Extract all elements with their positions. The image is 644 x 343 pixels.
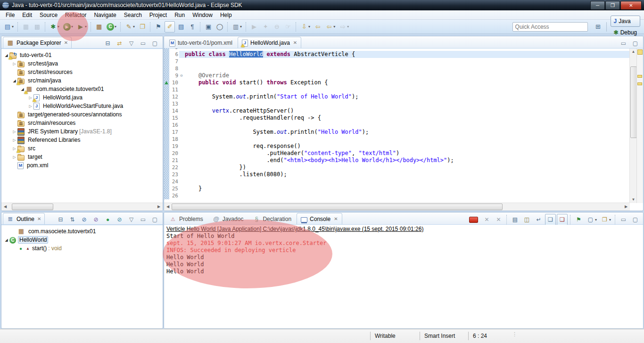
package-explorer-tab[interactable]: ▦ Package Explorer ✕: [3, 37, 72, 48]
last-edit-location-dropdown-arrow[interactable]: ▾: [308, 24, 310, 29]
code-line-23[interactable]: 23 .listen(8080);: [164, 171, 630, 178]
code-editor[interactable]: 56public class HelloWorld extends Abstra…: [164, 49, 630, 203]
run-external-tools-dropdown-arrow[interactable]: ▾: [85, 24, 87, 29]
scroll-left-icon[interactable]: ◀: [165, 204, 171, 210]
run-to-line-button[interactable]: ✦: [260, 21, 271, 33]
save-button[interactable]: ▦: [21, 21, 31, 33]
scroll-right-icon[interactable]: ▶: [156, 204, 162, 210]
menu-project[interactable]: Project: [146, 11, 171, 19]
code-line-7[interactable]: 7: [164, 58, 630, 65]
show-source-of-selected-element-button[interactable]: ▤: [176, 21, 186, 33]
tab-console[interactable]: Console✕: [297, 213, 342, 224]
new-button[interactable]: ▤▾: [2, 21, 15, 33]
package-explorer-item-referenced-libraries[interactable]: ▷Referenced Libraries: [1, 136, 163, 144]
outline-item-start[interactable]: ▲start() : void: [1, 244, 163, 253]
menu-file[interactable]: File: [2, 11, 18, 19]
forward-history-button[interactable]: ⇨▾: [338, 21, 350, 33]
minimize-button[interactable]: ▭: [138, 214, 149, 225]
display-selected-console-dropdown-arrow[interactable]: ▾: [595, 218, 597, 222]
back-history-button[interactable]: ⇦▾: [324, 21, 337, 33]
link-with-editor-button[interactable]: ⇄: [114, 38, 125, 49]
package-explorer-item-target[interactable]: ▷target: [1, 153, 163, 161]
scrollbar-thumb[interactable]: [630, 66, 637, 138]
code-line-12[interactable]: 12 System.out.println("Start of Hello Wo…: [164, 93, 630, 100]
code-line-25[interactable]: 25 }: [164, 185, 630, 192]
maximize-button[interactable]: ▢: [149, 38, 160, 49]
console-output[interactable]: Verticle Hello World [Java Application] …: [164, 225, 643, 328]
maximize-button[interactable]: ▢: [630, 38, 641, 49]
code-line-19[interactable]: 19 req.response(): [164, 143, 630, 150]
code-line-18[interactable]: 18: [164, 136, 630, 143]
restore-window-button[interactable]: ❐: [605, 1, 620, 10]
scrollbar-thumb[interactable]: [172, 204, 503, 210]
minimize-button[interactable]: ▭: [618, 38, 629, 49]
maximize-button[interactable]: ▢: [149, 214, 160, 225]
run-dropdown-arrow[interactable]: ▾: [71, 24, 73, 29]
minimize-window-button[interactable]: ─: [590, 1, 605, 10]
package-explorer-item-helloworld-java[interactable]: ▷HelloWorld.java: [1, 93, 163, 102]
collapsed-arrow-icon[interactable]: ▷: [11, 155, 17, 159]
debug-button[interactable]: ✱▾: [48, 21, 61, 33]
menu-navigate[interactable]: Navigate: [90, 11, 120, 19]
pin-editor-button[interactable]: ⚑: [153, 21, 164, 33]
display-selected-console-button[interactable]: ▢▾: [585, 214, 598, 225]
package-explorer-item-tuto-vertx-01[interactable]: ◢tuto-vertx-01: [1, 51, 163, 59]
scrollbar-thumb[interactable]: [12, 204, 53, 210]
close-icon[interactable]: ✕: [64, 40, 68, 45]
open-type-dropdown-arrow[interactable]: ▾: [133, 24, 135, 29]
occurrence-mark[interactable]: [637, 75, 642, 78]
scroll-lock-button[interactable]: ◫: [521, 214, 532, 225]
tab-problems[interactable]: Problems: [165, 213, 207, 224]
outline-item-helloworld[interactable]: ◢HelloWorld: [1, 236, 163, 244]
hide-static-members-button[interactable]: ⊘: [91, 214, 101, 225]
last-edit-location-button[interactable]: ⇩▾: [299, 21, 312, 33]
code-line-13[interactable]: 13: [164, 100, 630, 107]
package-explorer-item-target-generated-sources-annotations[interactable]: target/generated-sources/annotations: [1, 110, 163, 119]
close-icon[interactable]: ✕: [293, 40, 297, 45]
code-line-17[interactable]: 17 System.out.println("Hello World");: [164, 129, 630, 136]
quick-access-input[interactable]: [512, 22, 588, 32]
code-line-16[interactable]: 16: [164, 122, 630, 129]
package-explorer-hscrollbar[interactable]: ◀ ▶: [1, 203, 163, 211]
package-explorer-item-src-main-java[interactable]: ◢src/main/java: [1, 76, 163, 85]
code-line-20[interactable]: 20 .putHeader("content-type", "text/html…: [164, 150, 630, 157]
occurrence-mark[interactable]: [637, 82, 642, 85]
package-explorer-item-src-main-resources[interactable]: src/main/resources: [1, 119, 163, 127]
code-line-26[interactable]: 26: [164, 192, 630, 199]
view-menu-button[interactable]: ▽: [126, 38, 137, 49]
show-whitespace-button[interactable]: ¶: [187, 21, 198, 33]
collapsed-arrow-icon[interactable]: ▷: [11, 130, 17, 134]
next-annotation-button[interactable]: ▶: [249, 21, 259, 33]
sort-button[interactable]: ⇅: [67, 214, 78, 225]
new-java-project-button[interactable]: ▦: [94, 21, 104, 33]
menu-search[interactable]: Search: [120, 11, 146, 19]
back-history-dropdown-arrow[interactable]: ▾: [333, 24, 335, 29]
pin-console-button[interactable]: ⚑: [573, 214, 584, 225]
package-explorer-item-src[interactable]: ▷src: [1, 144, 163, 153]
editor-hscrollbar[interactable]: ◀ ▶: [164, 203, 630, 211]
warning-overview-icon[interactable]: [637, 49, 643, 55]
scroll-down-icon[interactable]: ▼: [630, 196, 637, 203]
close-window-button[interactable]: ✕: [620, 1, 642, 10]
open-type-button[interactable]: ✎▾: [124, 21, 136, 33]
open-perspective-button[interactable]: ⊞: [593, 21, 603, 33]
show-console-on-stderr-button[interactable]: ❏: [557, 214, 568, 225]
package-explorer-item-com-masociete-tutovertx01[interactable]: ◢com.masociete.tutovertx01: [1, 85, 163, 93]
back-to-last-edit-button[interactable]: ⇦: [313, 21, 323, 33]
code-line-11[interactable]: 11: [164, 86, 630, 93]
collapsed-arrow-icon[interactable]: ▷: [11, 138, 17, 142]
skip-all-breakpoints-button[interactable]: ☞: [283, 21, 293, 33]
package-explorer-item-src-test-resources[interactable]: src/test/resources: [1, 68, 163, 76]
tab-javadoc[interactable]: Javadoc: [208, 213, 248, 224]
minimize-button[interactable]: ▭: [138, 38, 149, 49]
hide-non-public-button[interactable]: ●: [102, 214, 113, 225]
perspective-java[interactable]: JJava: [611, 16, 640, 27]
hide-local-types-button[interactable]: ⊘: [114, 214, 125, 225]
open-console-dropdown-arrow[interactable]: ▾: [609, 218, 611, 222]
code-line-6[interactable]: 6public class HelloWorld extends Abstrac…: [164, 51, 630, 58]
code-line-8[interactable]: 8: [164, 65, 630, 72]
close-icon[interactable]: ✕: [37, 216, 41, 221]
tab-helloworld-java[interactable]: HelloWorld.java✕: [238, 37, 301, 48]
tab-declaration[interactable]: Declaration: [248, 213, 296, 224]
code-line-15[interactable]: 15 .requestHandler(req -> {: [164, 114, 630, 122]
